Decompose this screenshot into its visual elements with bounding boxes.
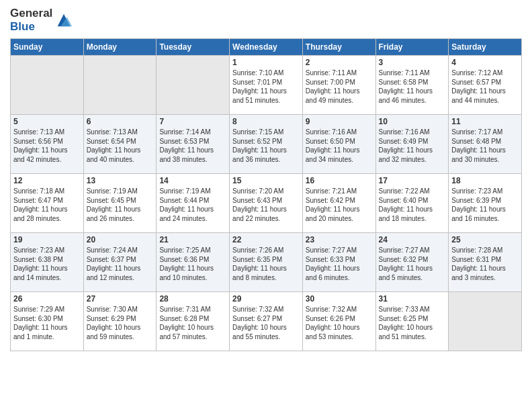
day-number: 14	[159, 176, 226, 185]
calendar-cell: 4Sunrise: 7:12 AM Sunset: 6:57 PM Daylig…	[449, 56, 522, 115]
calendar-cell: 30Sunrise: 7:32 AM Sunset: 6:26 PM Dayli…	[302, 292, 375, 351]
logo: General Blue	[10, 7, 73, 33]
week-row-3: 19Sunrise: 7:23 AM Sunset: 6:38 PM Dayli…	[11, 233, 522, 292]
day-number: 26	[13, 294, 81, 304]
cell-info: Sunrise: 7:27 AM Sunset: 6:33 PM Dayligh…	[306, 246, 373, 282]
calendar-cell: 22Sunrise: 7:26 AM Sunset: 6:35 PM Dayli…	[230, 233, 303, 292]
calendar-cell: 11Sunrise: 7:17 AM Sunset: 6:48 PM Dayli…	[449, 115, 522, 174]
cell-info: Sunrise: 7:18 AM Sunset: 6:47 PM Dayligh…	[13, 187, 81, 223]
cell-info: Sunrise: 7:20 AM Sunset: 6:43 PM Dayligh…	[232, 187, 300, 223]
day-number: 10	[379, 117, 446, 126]
day-number: 31	[379, 294, 446, 304]
day-header-wednesday: Wednesday	[230, 39, 303, 56]
calendar-cell: 18Sunrise: 7:23 AM Sunset: 6:39 PM Dayli…	[449, 174, 522, 233]
cell-info: Sunrise: 7:26 AM Sunset: 6:35 PM Dayligh…	[232, 246, 300, 282]
calendar-cell	[449, 292, 522, 351]
calendar-cell: 15Sunrise: 7:20 AM Sunset: 6:43 PM Dayli…	[230, 174, 303, 233]
calendar-cell: 5Sunrise: 7:13 AM Sunset: 6:56 PM Daylig…	[11, 115, 84, 174]
day-number: 21	[159, 235, 226, 244]
day-number: 6	[87, 117, 154, 126]
cell-info: Sunrise: 7:27 AM Sunset: 6:32 PM Dayligh…	[379, 246, 446, 282]
week-row-2: 12Sunrise: 7:18 AM Sunset: 6:47 PM Dayli…	[11, 174, 522, 233]
calendar-cell: 27Sunrise: 7:30 AM Sunset: 6:29 PM Dayli…	[83, 292, 157, 351]
calendar-cell: 17Sunrise: 7:22 AM Sunset: 6:40 PM Dayli…	[375, 174, 449, 233]
calendar-cell: 31Sunrise: 7:33 AM Sunset: 6:25 PM Dayli…	[375, 292, 449, 351]
cell-info: Sunrise: 7:23 AM Sunset: 6:38 PM Dayligh…	[13, 246, 81, 282]
day-number: 13	[87, 176, 154, 185]
calendar-cell: 2Sunrise: 7:11 AM Sunset: 7:00 PM Daylig…	[302, 56, 375, 115]
day-number: 23	[306, 235, 373, 244]
week-row-4: 26Sunrise: 7:29 AM Sunset: 6:30 PM Dayli…	[11, 292, 522, 351]
calendar-cell: 25Sunrise: 7:28 AM Sunset: 6:31 PM Dayli…	[449, 233, 522, 292]
calendar-cell: 16Sunrise: 7:21 AM Sunset: 6:42 PM Dayli…	[302, 174, 375, 233]
cell-info: Sunrise: 7:13 AM Sunset: 6:54 PM Dayligh…	[87, 128, 154, 164]
cell-info: Sunrise: 7:32 AM Sunset: 6:27 PM Dayligh…	[232, 305, 300, 341]
calendar-cell: 3Sunrise: 7:11 AM Sunset: 6:58 PM Daylig…	[375, 56, 449, 115]
day-number: 4	[451, 58, 519, 67]
calendar-cell: 7Sunrise: 7:14 AM Sunset: 6:53 PM Daylig…	[157, 115, 230, 174]
cell-info: Sunrise: 7:10 AM Sunset: 7:01 PM Dayligh…	[232, 68, 300, 105]
day-number: 12	[13, 176, 81, 185]
day-number: 9	[306, 117, 373, 126]
cell-info: Sunrise: 7:22 AM Sunset: 6:40 PM Dayligh…	[379, 187, 446, 223]
day-number: 2	[306, 58, 373, 67]
cell-info: Sunrise: 7:23 AM Sunset: 6:39 PM Dayligh…	[451, 187, 519, 223]
cell-info: Sunrise: 7:17 AM Sunset: 6:48 PM Dayligh…	[451, 128, 519, 164]
logo-general: General	[10, 7, 52, 20]
day-number: 17	[379, 176, 446, 185]
cell-info: Sunrise: 7:31 AM Sunset: 6:28 PM Dayligh…	[159, 305, 226, 341]
day-number: 7	[159, 117, 226, 126]
day-number: 18	[451, 176, 519, 185]
calendar-cell: 24Sunrise: 7:27 AM Sunset: 6:32 PM Dayli…	[375, 233, 449, 292]
cell-info: Sunrise: 7:24 AM Sunset: 6:37 PM Dayligh…	[87, 246, 154, 282]
day-number: 8	[232, 117, 300, 126]
day-number: 3	[379, 58, 446, 67]
cell-info: Sunrise: 7:13 AM Sunset: 6:56 PM Dayligh…	[13, 128, 81, 164]
day-header-monday: Monday	[83, 39, 157, 56]
logo-blue: Blue	[10, 20, 52, 34]
cell-info: Sunrise: 7:12 AM Sunset: 6:57 PM Dayligh…	[451, 68, 519, 105]
cell-info: Sunrise: 7:16 AM Sunset: 6:50 PM Dayligh…	[306, 128, 373, 164]
cell-info: Sunrise: 7:29 AM Sunset: 6:30 PM Dayligh…	[13, 305, 81, 341]
calendar-body: 1Sunrise: 7:10 AM Sunset: 7:01 PM Daylig…	[11, 56, 522, 351]
calendar-cell: 20Sunrise: 7:24 AM Sunset: 6:37 PM Dayli…	[83, 233, 157, 292]
calendar-header-row: SundayMondayTuesdayWednesdayThursdayFrid…	[11, 39, 522, 56]
day-number: 30	[306, 294, 373, 304]
day-number: 22	[232, 235, 300, 244]
day-header-saturday: Saturday	[449, 39, 522, 56]
calendar-cell	[11, 56, 84, 115]
page-header: General Blue	[10, 7, 522, 33]
calendar-cell	[83, 56, 157, 115]
calendar-cell: 29Sunrise: 7:32 AM Sunset: 6:27 PM Dayli…	[230, 292, 303, 351]
day-header-friday: Friday	[375, 39, 449, 56]
calendar-cell: 10Sunrise: 7:16 AM Sunset: 6:49 PM Dayli…	[375, 115, 449, 174]
day-number: 15	[232, 176, 300, 185]
cell-info: Sunrise: 7:30 AM Sunset: 6:29 PM Dayligh…	[87, 305, 154, 341]
calendar-cell	[157, 56, 230, 115]
cell-info: Sunrise: 7:16 AM Sunset: 6:49 PM Dayligh…	[379, 128, 446, 164]
calendar-cell: 1Sunrise: 7:10 AM Sunset: 7:01 PM Daylig…	[230, 56, 303, 115]
cell-info: Sunrise: 7:21 AM Sunset: 6:42 PM Dayligh…	[306, 187, 373, 223]
calendar-cell: 19Sunrise: 7:23 AM Sunset: 6:38 PM Dayli…	[11, 233, 84, 292]
cell-info: Sunrise: 7:11 AM Sunset: 6:58 PM Dayligh…	[379, 68, 446, 105]
cell-info: Sunrise: 7:32 AM Sunset: 6:26 PM Dayligh…	[306, 305, 373, 341]
cell-info: Sunrise: 7:14 AM Sunset: 6:53 PM Dayligh…	[159, 128, 226, 164]
day-header-thursday: Thursday	[302, 39, 375, 56]
day-number: 19	[13, 235, 81, 244]
day-number: 28	[159, 294, 226, 304]
day-number: 11	[451, 117, 519, 126]
day-number: 1	[232, 58, 300, 67]
calendar-cell: 13Sunrise: 7:19 AM Sunset: 6:45 PM Dayli…	[83, 174, 157, 233]
calendar-cell: 21Sunrise: 7:25 AM Sunset: 6:36 PM Dayli…	[157, 233, 230, 292]
day-number: 27	[87, 294, 154, 304]
day-header-tuesday: Tuesday	[157, 39, 230, 56]
calendar-cell: 8Sunrise: 7:15 AM Sunset: 6:52 PM Daylig…	[230, 115, 303, 174]
logo-icon	[54, 11, 73, 30]
day-header-sunday: Sunday	[11, 39, 84, 56]
calendar-cell: 23Sunrise: 7:27 AM Sunset: 6:33 PM Dayli…	[302, 233, 375, 292]
day-number: 29	[232, 294, 300, 304]
week-row-0: 1Sunrise: 7:10 AM Sunset: 7:01 PM Daylig…	[11, 56, 522, 115]
cell-info: Sunrise: 7:19 AM Sunset: 6:45 PM Dayligh…	[87, 187, 154, 223]
calendar-cell: 28Sunrise: 7:31 AM Sunset: 6:28 PM Dayli…	[157, 292, 230, 351]
cell-info: Sunrise: 7:33 AM Sunset: 6:25 PM Dayligh…	[379, 305, 446, 341]
